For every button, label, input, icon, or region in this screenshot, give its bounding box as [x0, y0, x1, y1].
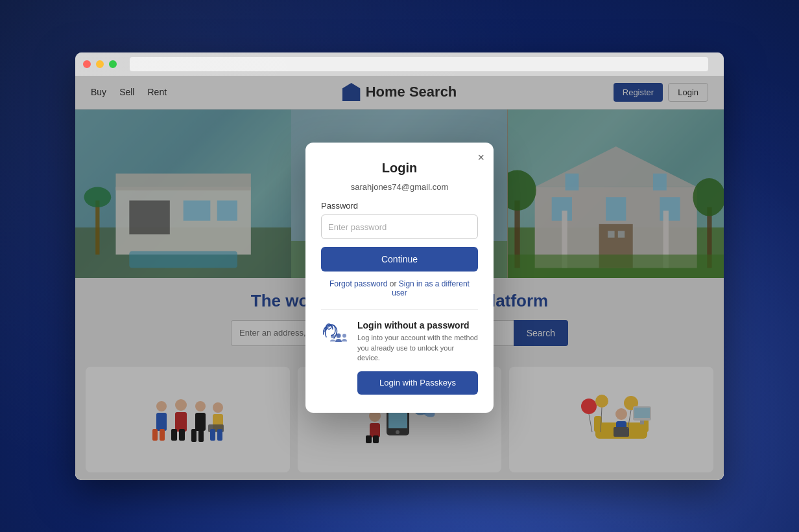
browser-dot-yellow[interactable] [96, 60, 104, 68]
modal-overlay[interactable]: × Login sarahjones74@gmail.com Password … [75, 76, 724, 480]
modal-title: Login [321, 161, 478, 176]
svg-point-85 [337, 334, 341, 338]
login-modal: × Login sarahjones74@gmail.com Password … [305, 143, 494, 412]
passkeys-text: Login without a password Log into your a… [357, 320, 478, 394]
or-separator: or [390, 279, 399, 288]
passkeys-desc: Log into your account with the method yo… [357, 333, 478, 363]
password-input[interactable] [321, 214, 478, 239]
browser-window: Buy Sell Rent Home Search Register Login [75, 52, 724, 480]
passkeys-icons [321, 320, 350, 349]
sign-in-different-link[interactable]: Sign in as a different user [392, 279, 470, 297]
modal-close-button[interactable]: × [477, 152, 484, 163]
passkeys-button[interactable]: Login with Passkeys [357, 371, 478, 395]
browser-dot-red[interactable] [83, 60, 91, 68]
passkeys-icon-svg [321, 320, 350, 349]
browser-address-bar[interactable] [130, 57, 708, 71]
svg-point-86 [342, 334, 346, 338]
browser-toolbar [75, 52, 724, 76]
website: Buy Sell Rent Home Search Register Login [75, 76, 724, 480]
passkeys-section: Login without a password Log into your a… [321, 309, 478, 394]
passkeys-title: Login without a password [357, 320, 478, 330]
svg-point-87 [331, 334, 335, 338]
modal-links: Forgot password or Sign in as a differen… [321, 279, 478, 297]
browser-dot-green[interactable] [109, 60, 117, 68]
forgot-password-link[interactable]: Forgot password [329, 279, 387, 288]
password-label: Password [321, 201, 478, 211]
continue-button[interactable]: Continue [321, 247, 478, 272]
modal-email: sarahjones74@gmail.com [321, 182, 478, 192]
